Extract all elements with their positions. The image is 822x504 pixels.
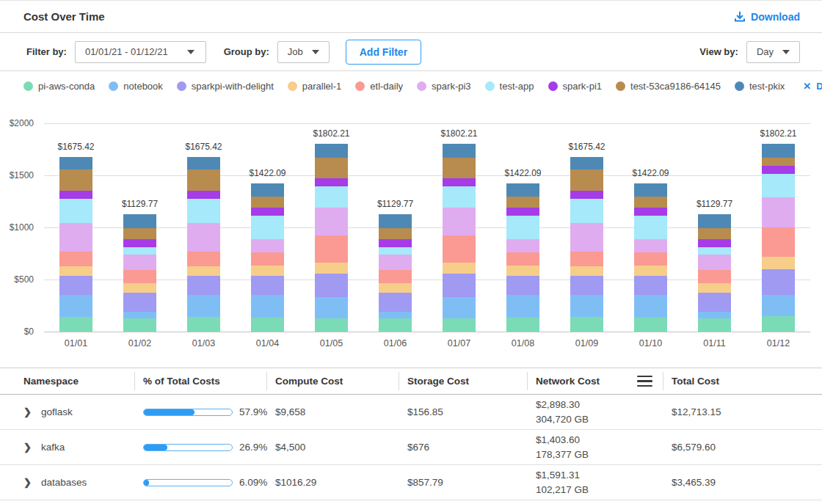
bar-segment-pi-aws-conda[interactable] [443,318,476,332]
stacked-bar-01/09[interactable] [570,157,603,332]
bar-segment-spark-pi1[interactable] [379,239,412,247]
stacked-bar-01/04[interactable] [251,183,284,332]
bar-segment-sparkpi-with-delight[interactable] [59,276,92,295]
bar-segment-sparkpi-with-delight[interactable] [443,274,476,297]
stacked-bar-01/02[interactable] [123,214,156,332]
bar-segment-test-53ca9186-64145[interactable] [379,228,412,238]
bar-segment-etl-daily[interactable] [187,252,220,266]
bar-segment-spark-pi3[interactable] [59,223,92,252]
bar-segment-test-app[interactable] [506,216,539,239]
bar-segment-test-pkix[interactable] [762,144,795,158]
bar-segment-spark-pi1[interactable] [443,178,476,186]
column-menu-icon[interactable] [636,374,654,389]
bar-segment-test-app[interactable] [187,199,220,222]
bar-segment-notebook[interactable] [634,295,667,318]
bar-segment-test-app[interactable] [698,247,731,255]
bar-segment-test-pkix[interactable] [506,183,539,197]
bar-segment-test-app[interactable] [634,216,667,239]
bar-segment-pi-aws-conda[interactable] [379,318,412,332]
bar-segment-parallel-1[interactable] [315,263,348,274]
bar-segment-test-53ca9186-64145[interactable] [506,197,539,207]
bar-segment-sparkpi-with-delight[interactable] [698,293,731,312]
bar-segment-spark-pi1[interactable] [698,239,731,247]
bar-segment-spark-pi3[interactable] [187,223,220,252]
bar-segment-sparkpi-with-delight[interactable] [251,276,284,295]
deselect-all-button[interactable]: ✕Deselect All [803,81,822,92]
bar-segment-notebook[interactable] [59,295,92,317]
legend-item-test-app[interactable]: test-app [485,81,534,92]
legend-item-spark-pi3[interactable]: spark-pi3 [417,81,470,92]
bar-segment-parallel-1[interactable] [506,266,539,276]
bar-segment-test-53ca9186-64145[interactable] [123,228,156,238]
bar-segment-test-53ca9186-64145[interactable] [443,158,476,178]
legend-item-test-pkix[interactable]: test-pkix [735,81,785,92]
date-range-dropdown[interactable]: 01/01/21 - 01/12/21 [75,41,206,63]
bar-segment-parallel-1[interactable] [59,266,92,276]
bar-segment-test-53ca9186-64145[interactable] [698,228,731,238]
bar-segment-pi-aws-conda[interactable] [506,318,539,332]
bar-segment-spark-pi3[interactable] [570,223,603,252]
bar-segment-spark-pi1[interactable] [570,191,603,199]
bar-segment-notebook[interactable] [570,295,603,317]
bar-segment-spark-pi1[interactable] [634,208,667,216]
bar-segment-test-53ca9186-64145[interactable] [187,169,220,191]
bar-segment-pi-aws-conda[interactable] [634,318,667,332]
bar-segment-test-pkix[interactable] [443,144,476,158]
bar-segment-spark-pi3[interactable] [315,208,348,235]
bar-segment-etl-daily[interactable] [762,227,795,257]
bar-segment-parallel-1[interactable] [762,257,795,269]
bar-segment-test-53ca9186-64145[interactable] [570,169,603,191]
download-button[interactable]: Download [734,11,800,23]
bar-segment-parallel-1[interactable] [123,283,156,293]
bar-segment-pi-aws-conda[interactable] [251,318,284,332]
bar-segment-pi-aws-conda[interactable] [123,318,156,332]
bar-segment-test-pkix[interactable] [123,214,156,229]
bar-segment-test-pkix[interactable] [634,183,667,197]
bar-segment-spark-pi1[interactable] [123,239,156,247]
bar-segment-notebook[interactable] [315,297,348,318]
bar-segment-parallel-1[interactable] [698,283,731,293]
bar-segment-pi-aws-conda[interactable] [762,316,795,332]
stacked-bar-01/10[interactable] [634,183,667,332]
group-by-dropdown[interactable]: Job [277,41,330,63]
bar-segment-notebook[interactable] [443,297,476,318]
bar-segment-notebook[interactable] [698,312,731,318]
bar-segment-test-53ca9186-64145[interactable] [251,197,284,207]
bar-segment-spark-pi1[interactable] [762,166,795,174]
bar-segment-spark-pi3[interactable] [379,255,412,270]
bar-segment-notebook[interactable] [187,295,220,317]
bar-segment-test-app[interactable] [251,216,284,239]
bar-segment-test-pkix[interactable] [59,157,92,169]
bar-segment-sparkpi-with-delight[interactable] [123,293,156,312]
view-by-dropdown[interactable]: Day [746,41,800,63]
bar-segment-test-pkix[interactable] [570,157,603,169]
bar-segment-pi-aws-conda[interactable] [570,317,603,332]
stacked-bar-01/07[interactable] [443,144,476,332]
bar-segment-sparkpi-with-delight[interactable] [570,276,603,295]
bar-segment-test-pkix[interactable] [698,214,731,229]
bar-segment-notebook[interactable] [762,295,795,317]
bar-segment-sparkpi-with-delight[interactable] [762,269,795,295]
bar-segment-test-53ca9186-64145[interactable] [59,169,92,191]
bar-segment-pi-aws-conda[interactable] [698,318,731,332]
bar-segment-spark-pi1[interactable] [59,191,92,199]
bar-segment-parallel-1[interactable] [251,266,284,276]
bar-segment-test-pkix[interactable] [187,157,220,169]
bar-segment-spark-pi3[interactable] [762,197,795,227]
legend-item-notebook[interactable]: notebook [109,81,163,92]
bar-segment-parallel-1[interactable] [379,283,412,293]
legend-item-pi-aws-conda[interactable]: pi-aws-conda [23,81,95,92]
chevron-right-icon[interactable]: ❯ [23,407,32,417]
bar-segment-parallel-1[interactable] [443,263,476,274]
chevron-right-icon[interactable]: ❯ [23,478,32,487]
bar-segment-test-app[interactable] [315,186,348,208]
bar-segment-spark-pi1[interactable] [315,178,348,186]
stacked-bar-01/01[interactable] [59,157,92,332]
bar-segment-etl-daily[interactable] [123,270,156,283]
bar-segment-test-app[interactable] [762,174,795,197]
bar-segment-test-app[interactable] [443,186,476,208]
bar-segment-pi-aws-conda[interactable] [187,317,220,332]
stacked-bar-01/12[interactable] [762,144,795,332]
bar-segment-notebook[interactable] [506,295,539,318]
add-filter-button[interactable]: Add Filter [346,40,421,65]
